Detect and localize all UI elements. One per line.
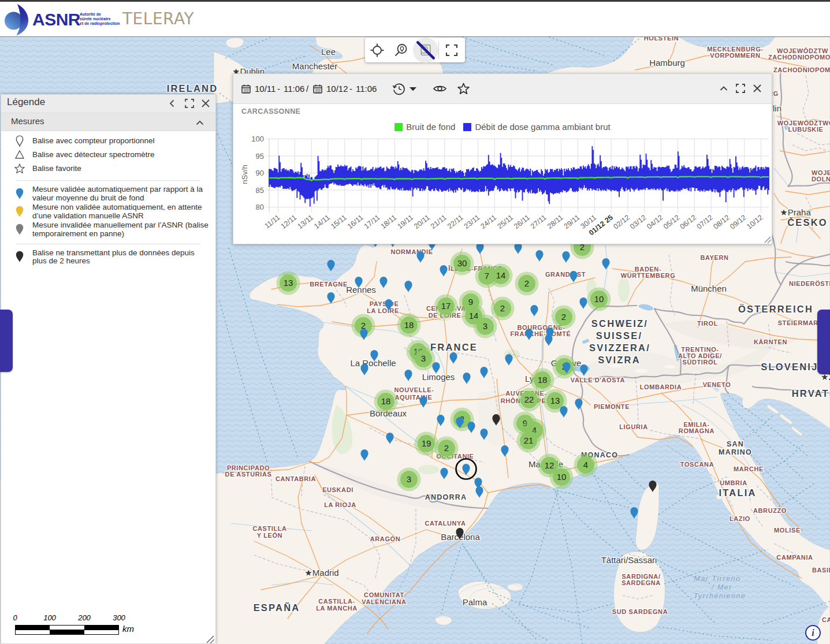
cluster-marker[interactable]: 22: [518, 388, 541, 412]
legend-item-icon: [7, 135, 32, 147]
cluster-marker[interactable]: 10: [587, 288, 611, 311]
asnr-logo-icon: [4, 3, 32, 36]
svg-text:02/12: 02/12: [612, 213, 631, 230]
eye-icon: [433, 84, 446, 94]
locate-button[interactable]: [365, 38, 389, 62]
legend-section-title: Mesures: [11, 116, 44, 126]
time-to[interactable]: 11:06: [356, 74, 377, 103]
date-to[interactable]: 10/12: [326, 74, 348, 103]
map-label-region: DE ASTURIAS: [225, 471, 272, 478]
date-from-calendar-icon[interactable]: [241, 74, 251, 103]
svg-text:27/11: 27/11: [529, 213, 548, 230]
map-label-region: COMUNITAT: [364, 591, 404, 598]
favorite-button[interactable]: [457, 74, 470, 103]
expand-chart-button[interactable]: [735, 83, 746, 94]
search-station-button[interactable]: [389, 38, 414, 62]
close-panel-button[interactable]: [200, 98, 211, 109]
cluster-count: 13: [550, 396, 560, 405]
legend-item-label: Balise ne transmettant plus de données d…: [32, 249, 215, 266]
cluster-marker[interactable]: 30: [451, 252, 474, 276]
map-label-city: München: [691, 284, 727, 293]
map-label-region: NOUVELLE-: [394, 386, 434, 393]
map-label-region: KÄRNTEN: [754, 338, 787, 345]
info-button[interactable]: i: [805, 625, 821, 641]
cluster-marker[interactable]: 19: [415, 432, 438, 456]
cluster-marker[interactable]: 2: [435, 437, 459, 460]
cluster-count: 2: [524, 278, 529, 288]
chart-x-labels: 11/1112/1113/1114/1115/1116/1117/1118/11…: [263, 213, 765, 237]
cluster-marker[interactable]: 3: [397, 468, 421, 492]
close-chart-button[interactable]: [752, 83, 762, 94]
collapse-panel-button[interactable]: [167, 98, 177, 109]
history-dropdown-caret[interactable]: [410, 74, 416, 103]
cluster-marker[interactable]: 10: [550, 466, 574, 489]
legend-item-label: Mesure invalidée manuellement par l’ASNR…: [32, 221, 215, 238]
history-period-button[interactable]: [393, 74, 405, 103]
cluster-count: 12: [545, 460, 554, 470]
cluster-marker[interactable]: 21: [517, 429, 541, 453]
svg-text:90: 90: [256, 169, 264, 177]
cluster-marker[interactable]: 2: [515, 272, 539, 296]
map-label-region: LOMBARDIA: [640, 384, 682, 390]
map-fullscreen-button[interactable]: [440, 38, 464, 62]
time-from[interactable]: 11:06: [284, 74, 304, 103]
map-label-sea: Mar Tirreno: [694, 575, 741, 583]
legend-section-header[interactable]: Mesures: [1, 113, 215, 131]
map-label-city: La Rochelle: [350, 358, 396, 368]
cluster-count: 17: [441, 301, 451, 311]
date-from[interactable]: 10/11: [255, 74, 276, 103]
collapse-chart-button[interactable]: [719, 83, 729, 94]
chart-resize-handle[interactable]: [763, 235, 771, 243]
map-label-region: DOLNOŚLĄSKIE: [812, 176, 830, 183]
caret-down-icon: [410, 87, 416, 91]
chevron-up-icon: [195, 118, 205, 128]
map-label-region: ZACHODNIOPOMORSKIE: [768, 54, 830, 61]
left-drawer-handle[interactable]: [0, 310, 13, 372]
svg-text:17/11: 17/11: [363, 213, 382, 230]
cluster-count: 18: [538, 375, 548, 385]
map-label-region: ZACHODNIOPOMORSKIE: [773, 66, 830, 73]
chart-y-axis-title: nSv/h: [240, 165, 249, 184]
svg-text:04/12: 04/12: [645, 213, 664, 230]
cluster-marker[interactable]: 3: [474, 315, 497, 338]
calendar-icon: [313, 84, 322, 94]
map-label-region: VENETO: [703, 381, 731, 388]
right-drawer-handle[interactable]: [817, 310, 830, 374]
chart-y-labels: 10095908580: [251, 135, 264, 211]
cluster-marker[interactable]: 14: [489, 264, 513, 288]
legend-items: Balise avec compteur proportionnelBalise…: [1, 131, 215, 266]
legend-item-icon: [7, 148, 32, 161]
cluster-marker[interactable]: 18: [374, 390, 398, 414]
map-label-region: FRANCHE-COMTÉ: [511, 330, 571, 337]
svg-text:80: 80: [256, 203, 264, 211]
date-range-slash: /: [306, 74, 308, 103]
cluster-marker[interactable]: 17: [434, 295, 458, 318]
brand-subtitle: Autorité de sûreté nucléaire et de radio…: [80, 12, 120, 26]
cluster-count: 18: [404, 320, 414, 330]
star-icon: [457, 83, 470, 95]
map-label-city: Rennes: [346, 285, 376, 295]
cluster-marker[interactable]: 4: [574, 453, 598, 477]
balises-hidden-icon: [414, 37, 438, 64]
date-to-calendar-icon[interactable]: [313, 74, 322, 103]
scalebar-row: [15, 625, 119, 630]
map-label-country: ITALIA: [719, 487, 756, 498]
cluster-marker[interactable]: 3: [412, 347, 436, 371]
svg-text:95: 95: [256, 152, 264, 161]
cluster-marker[interactable]: 13: [277, 271, 300, 295]
map-label-region: NORMANDIE: [390, 248, 433, 255]
cluster-marker[interactable]: 2: [552, 306, 576, 329]
cluster-marker[interactable]: 18: [531, 368, 554, 392]
cluster-marker[interactable]: 2: [491, 297, 515, 321]
expand-panel-button[interactable]: [184, 98, 195, 109]
map-label-country: ESPAÑA: [254, 602, 300, 613]
map-label-region: CALABRIA: [822, 616, 830, 623]
map-label-country: SCHWEIZ/: [591, 318, 648, 329]
svg-text:15/11: 15/11: [329, 213, 348, 230]
legend-item: Mesure invalidée manuellement par l’ASNR…: [1, 221, 215, 238]
cluster-marker[interactable]: 18: [397, 314, 421, 337]
legend-item: Balise avec compteur proportionnel: [1, 135, 215, 147]
visibility-button[interactable]: [433, 74, 446, 103]
toggle-balises-button[interactable]: [414, 38, 438, 62]
legend-resize-handle[interactable]: [205, 634, 214, 643]
